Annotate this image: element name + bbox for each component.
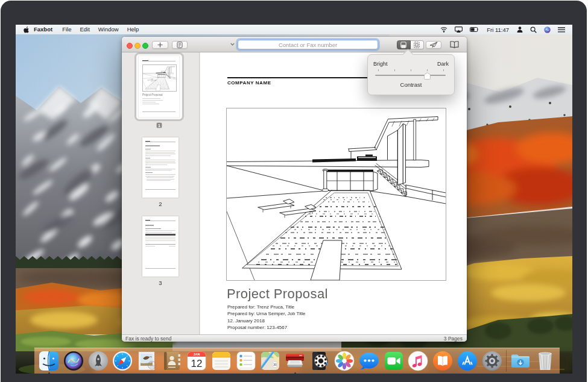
dock-separator (506, 350, 507, 372)
notes-icon (211, 351, 232, 371)
thumb-text-line (147, 180, 171, 181)
contrast-slider-track[interactable] (375, 75, 446, 76)
user-icon[interactable] (513, 27, 526, 33)
dock-trash[interactable] (534, 350, 556, 372)
safari-icon (112, 351, 133, 371)
wifi-icon[interactable] (437, 27, 451, 33)
zoom-button[interactable] (142, 43, 148, 49)
dock-appstore[interactable] (457, 350, 478, 372)
apple-menu[interactable] (24, 27, 29, 33)
dock-notes[interactable] (210, 350, 232, 372)
thumb-text-line (145, 230, 175, 231)
thumb-text-line (145, 228, 161, 229)
contrast-icon (400, 42, 406, 48)
thumb-text-line (142, 102, 156, 102)
thumb-rule (142, 61, 175, 61)
dock-downloads[interactable] (510, 350, 531, 372)
thumb-text-line (145, 237, 175, 237)
menu-help[interactable]: Help (123, 25, 144, 34)
contrast-slider-knob[interactable] (424, 71, 431, 78)
dock-dialer[interactable] (309, 350, 330, 372)
architecture-drawing (226, 108, 446, 281)
apple-icon (24, 27, 29, 33)
window-toolbar (122, 37, 467, 52)
airplay-icon[interactable] (451, 27, 466, 33)
view-segmented-control (397, 40, 424, 49)
window-status-bar: Fax is ready to send 3 Pages (122, 334, 467, 342)
dock-facetime[interactable] (383, 350, 405, 372)
dock-fax-printer[interactable] (284, 350, 306, 372)
thumb-text-line (145, 169, 175, 169)
dock-mail[interactable] (136, 350, 158, 372)
thumb-text-line (145, 163, 175, 163)
thumb-text-line (142, 98, 160, 99)
faxbot-window: Project Proposal 1 (122, 37, 467, 342)
dock-finder[interactable] (38, 350, 60, 372)
dock-contacts[interactable] (161, 350, 183, 372)
thumbnail-drawing (142, 64, 177, 92)
thumb-rule (142, 111, 175, 112)
dock-reminders[interactable] (235, 350, 257, 372)
thumbnail-page-2[interactable] (142, 137, 179, 198)
thumb-text-line (145, 232, 172, 233)
thumb-text-line (145, 152, 174, 153)
search-icon[interactable] (526, 27, 540, 33)
slider-tick (378, 69, 379, 72)
thumb-text-line (145, 240, 175, 241)
dock-ibooks[interactable] (432, 350, 454, 372)
menu-app-name[interactable]: Faxbot (29, 25, 58, 34)
preview-page-icon (414, 42, 420, 48)
dock-photos[interactable] (334, 350, 355, 372)
status-message: Fax is ready to send (125, 336, 172, 342)
new-note-button[interactable] (172, 41, 188, 49)
dock-launchpad[interactable] (87, 350, 109, 372)
dock-maps[interactable]: 30 (259, 350, 281, 372)
thumb-rule (145, 268, 175, 269)
dock-system-preferences[interactable] (481, 350, 503, 372)
dock-siri[interactable] (63, 350, 84, 372)
notification-center-icon[interactable] (554, 27, 572, 33)
contacts-icon (162, 351, 182, 371)
document-title: Project Proposal (227, 286, 328, 302)
send-fax-button[interactable] (426, 41, 441, 49)
battery-icon[interactable] (466, 27, 482, 32)
dock-safari[interactable] (112, 350, 133, 372)
bright-label: Bright (373, 61, 388, 67)
menu-file[interactable]: File (58, 25, 75, 34)
reminders-icon (236, 351, 256, 371)
thumb-text-line (145, 170, 172, 171)
fax-number-input[interactable] (238, 40, 378, 49)
finder-icon (39, 351, 59, 371)
thumbnail-page-1[interactable]: Project Proposal (139, 56, 179, 117)
thumb-text-line (145, 225, 154, 226)
page-1-badge: 1 (156, 122, 162, 128)
bookmarks-button[interactable] (450, 41, 459, 48)
meta-proposal-number: Proposal number: 123-4567 (227, 324, 305, 331)
thumb-text-line (145, 172, 153, 173)
slider-tick (443, 69, 444, 72)
close-button[interactable] (127, 43, 133, 49)
thumb-text-line (145, 151, 175, 151)
dock-calendar[interactable]: JAN 12 (186, 350, 207, 372)
contrast-button[interactable] (397, 40, 411, 49)
dock-itunes[interactable] (407, 350, 429, 372)
menu-window[interactable]: Window (94, 25, 123, 34)
chevron-down-icon[interactable] (229, 40, 236, 48)
popover-title: Contrast (368, 81, 454, 88)
calendar-icon: JAN 12 (186, 351, 207, 371)
add-page-button[interactable] (152, 41, 168, 49)
menu-edit[interactable]: Edit (75, 25, 93, 34)
appstore-icon (457, 351, 478, 371)
thumb-text-line (142, 104, 159, 104)
preview-button[interactable] (411, 40, 425, 49)
siri-icon[interactable] (540, 27, 554, 33)
note-icon (177, 42, 183, 48)
thumb-text-line (145, 160, 175, 160)
thumb-rule (145, 189, 175, 190)
minimize-button[interactable] (134, 43, 141, 49)
dock-messages[interactable] (358, 350, 380, 372)
siri-icon (63, 351, 84, 371)
menu-clock[interactable]: Fri 11:47 (482, 27, 513, 33)
itunes-icon (408, 351, 428, 371)
thumbnail-page-3[interactable] (142, 216, 179, 277)
